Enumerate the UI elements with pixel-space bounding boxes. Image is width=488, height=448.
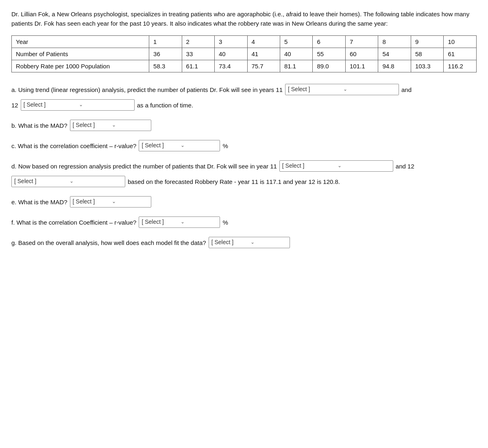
question-a-text-after: as a function of time. — [137, 100, 193, 111]
question-a-select1-label: [ Select ] — [288, 84, 341, 94]
question-f-text-before: f. What is the correlation Coefficient –… — [11, 217, 136, 228]
table-cell-patients-10: 61 — [444, 48, 477, 60]
table-cell-robbery-9: 103.3 — [411, 60, 443, 72]
table-cell-robbery-1: 58.3 — [149, 60, 182, 72]
question-a-select2-label: [ Select ] — [24, 100, 76, 110]
chevron-down-icon: ⌄ — [79, 101, 132, 109]
question-d: d. Now based on regression analysis pred… — [11, 160, 477, 187]
question-d-select1[interactable]: [ Select ] ⌄ — [279, 160, 393, 172]
question-a-text-before: a. Using trend (linear regression) analy… — [11, 84, 283, 95]
table-cell-robbery-8: 94.8 — [378, 60, 411, 72]
question-e-select-label: [ Select ] — [73, 197, 109, 207]
question-d-text-before: d. Now based on regression analysis pred… — [11, 161, 277, 172]
question-d-text-middle: and 12 — [396, 161, 414, 172]
table-header-3: 3 — [215, 36, 247, 48]
question-d-select1-label: [ Select ] — [282, 161, 335, 171]
table-cell-patients-1: 36 — [149, 48, 182, 60]
table-cell-patients-9: 58 — [411, 48, 443, 60]
table-header-1: 1 — [149, 36, 182, 48]
table-cell-patients-4: 41 — [247, 48, 280, 60]
question-g-select[interactable]: [ Select ] ⌄ — [209, 237, 290, 248]
question-a-text-12: 12 — [11, 100, 18, 111]
question-c-select-label: [ Select ] — [142, 140, 178, 151]
question-f-percent: % — [222, 217, 228, 228]
table-header-10: 10 — [444, 36, 477, 48]
table-cell-robbery-7: 101.1 — [345, 60, 378, 72]
table-header-9: 9 — [411, 36, 443, 48]
table-header-8: 8 — [378, 36, 411, 48]
chevron-down-icon: ⌄ — [112, 197, 148, 206]
table-row-robbery: Robbery Rate per 1000 Population 58.3 61… — [12, 60, 477, 72]
question-a-select2[interactable]: [ Select ] ⌄ — [21, 99, 135, 111]
chevron-down-icon: ⌄ — [338, 162, 390, 170]
table-label-robbery: Robbery Rate per 1000 Population — [12, 60, 149, 72]
chevron-down-icon: ⌄ — [181, 218, 217, 227]
data-table: Year 1 2 3 4 5 6 7 8 9 10 Number of Pati… — [11, 35, 477, 72]
table-cell-robbery-3: 73.4 — [215, 60, 247, 72]
table-header-6: 6 — [313, 36, 345, 48]
table-cell-patients-3: 40 — [215, 48, 247, 60]
table-cell-robbery-2: 61.1 — [182, 60, 214, 72]
question-d-text-after: based on the forecasted Robbery Rate - y… — [128, 176, 340, 187]
question-b-text-before: b. What is the MAD? — [11, 120, 68, 131]
chevron-down-icon: ⌄ — [251, 238, 287, 247]
intro-text: Dr. Lillian Fok, a New Orleans psycholog… — [11, 10, 477, 28]
question-b-select-label: [ Select ] — [73, 120, 109, 130]
table-cell-robbery-6: 89.0 — [313, 60, 345, 72]
table-header-7: 7 — [345, 36, 378, 48]
question-a: a. Using trend (linear regression) analy… — [11, 84, 477, 111]
question-f-select-label: [ Select ] — [142, 217, 178, 227]
question-c-select[interactable]: [ Select ] ⌄ — [139, 140, 220, 151]
question-c: c. What is the correlation coefficient –… — [11, 140, 477, 151]
table-cell-patients-5: 40 — [280, 48, 313, 60]
question-e-select[interactable]: [ Select ] ⌄ — [70, 196, 151, 208]
question-c-text-before: c. What is the correlation coefficient –… — [11, 140, 136, 151]
table-header-row: Year 1 2 3 4 5 6 7 8 9 10 — [12, 36, 477, 48]
question-b-select[interactable]: [ Select ] ⌄ — [70, 120, 151, 131]
table-cell-patients-6: 55 — [313, 48, 345, 60]
question-f: f. What is the correlation Coefficient –… — [11, 216, 477, 228]
question-g-select-label: [ Select ] — [211, 237, 248, 247]
table-header-4: 4 — [247, 36, 280, 48]
question-f-select[interactable]: [ Select ] ⌄ — [139, 216, 220, 228]
table-cell-patients-8: 54 — [378, 48, 411, 60]
question-e-text-before: e. What is the MAD? — [11, 197, 68, 208]
question-b: b. What is the MAD? [ Select ] ⌄ — [11, 120, 477, 131]
question-g-text-before: g. Based on the overall analysis, how we… — [11, 237, 206, 248]
chevron-down-icon: ⌄ — [343, 85, 396, 94]
question-d-select2-label: [ Select ] — [14, 176, 67, 186]
table-header-year: Year — [12, 36, 149, 48]
question-a-text-middle: and — [401, 84, 412, 95]
question-g: g. Based on the overall analysis, how we… — [11, 237, 477, 248]
table-cell-patients-2: 33 — [182, 48, 214, 60]
chevron-down-icon: ⌄ — [70, 177, 122, 186]
table-cell-robbery-4: 75.7 — [247, 60, 280, 72]
table-header-2: 2 — [182, 36, 214, 48]
table-cell-patients-7: 60 — [345, 48, 378, 60]
question-e: e. What is the MAD? [ Select ] ⌄ — [11, 196, 477, 208]
table-cell-robbery-10: 116.2 — [444, 60, 477, 72]
question-d-select2[interactable]: [ Select ] ⌄ — [11, 176, 125, 187]
chevron-down-icon: ⌄ — [112, 121, 148, 130]
table-row-patients: Number of Patients 36 33 40 41 40 55 60 … — [12, 48, 477, 60]
table-label-patients: Number of Patients — [12, 48, 149, 60]
chevron-down-icon: ⌄ — [181, 141, 217, 150]
table-cell-robbery-5: 81.1 — [280, 60, 313, 72]
question-a-select1[interactable]: [ Select ] ⌄ — [285, 84, 399, 95]
question-c-percent: % — [222, 140, 228, 151]
table-header-5: 5 — [280, 36, 313, 48]
